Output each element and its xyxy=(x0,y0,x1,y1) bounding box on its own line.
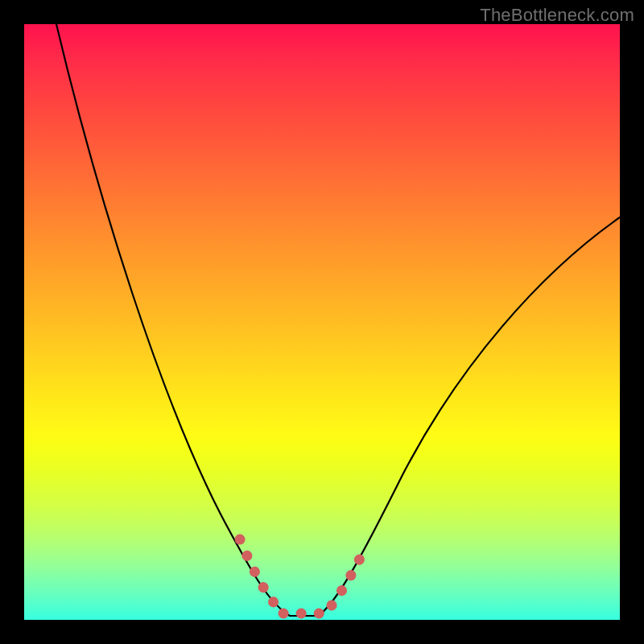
watermark-text: TheBottleneck.com xyxy=(480,5,634,26)
bottleneck-curve xyxy=(56,24,620,616)
optimal-range-left-dots xyxy=(240,539,283,613)
chart-plot-area xyxy=(24,24,620,620)
chart-svg xyxy=(24,24,620,620)
